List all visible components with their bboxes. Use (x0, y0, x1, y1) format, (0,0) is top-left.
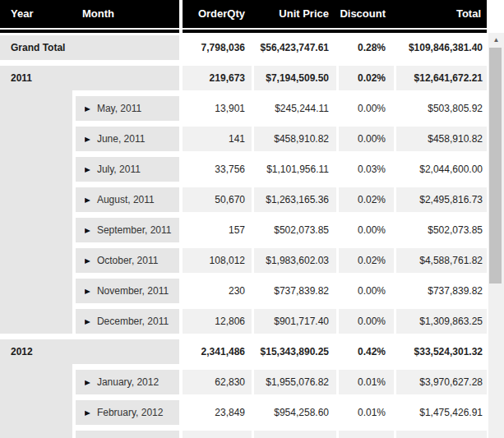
cell-unit-price: $15,343,890.25 (254, 339, 336, 364)
row-label-month[interactable]: ▶ September, 2011 (76, 218, 179, 242)
cell-discount: 0.02% (339, 187, 394, 212)
row-label-year-2011[interactable]: 2011 (0, 66, 179, 90)
cell-discount: 0.42% (339, 339, 394, 364)
cell-orderqty: 33,756 (183, 157, 252, 182)
column-header-orderqty[interactable]: OrderQty (183, 0, 252, 28)
row-label-month[interactable]: ▶ May, 2011 (76, 96, 179, 121)
cell-unit-price: $1,983,602.03 (254, 248, 336, 273)
cell-total: $1,309,863.25 (396, 309, 487, 334)
cell-orderqty: 141 (183, 127, 252, 151)
cell-total: $2,495,816.73 (396, 187, 487, 212)
cell-orderqty: 23,849 (183, 400, 252, 425)
month-label: December, 2011 (97, 309, 169, 334)
column-header-discount[interactable]: Discount (339, 0, 394, 28)
cell-total: $109,846,381.40 (396, 35, 487, 60)
cell-unit-price: $737,839.82 (254, 279, 336, 303)
expand-icon[interactable]: ▶ (85, 371, 90, 394)
row-label-month[interactable] (76, 431, 179, 438)
month-label: August, 2011 (97, 187, 155, 212)
cell-orderqty: 157 (183, 218, 252, 242)
cell-total: $1,475,426.91 (396, 400, 487, 425)
cell-total: $458,910.82 (396, 127, 487, 151)
column-header-unit-price[interactable]: Unit Price (254, 0, 336, 28)
month-label: July, 2011 (97, 157, 141, 182)
cell-discount: 0.00% (339, 279, 394, 303)
cell-unit-price: $7,194,509.50 (254, 66, 336, 90)
month-label: May, 2011 (97, 96, 141, 121)
cell-unit-price: $1,955,076.82 (254, 370, 336, 394)
expand-icon[interactable]: ▶ (85, 311, 90, 333)
expand-icon[interactable]: ▶ (85, 250, 90, 272)
cell-orderqty: 13,901 (183, 96, 252, 121)
column-header-year[interactable]: Year (11, 0, 33, 28)
row-label-month[interactable]: ▶ December, 2011 (76, 309, 179, 334)
cell-total: $737,839.82 (396, 279, 487, 303)
cell-discount: 0.00% (339, 127, 394, 151)
cell-orderqty (183, 431, 252, 438)
expand-icon[interactable]: ▶ (85, 219, 90, 242)
cell-discount: 0.02% (339, 66, 394, 90)
cell-discount: 0.00% (339, 218, 394, 242)
row-label-year-2012[interactable]: 2012 (0, 339, 179, 364)
expand-icon[interactable]: ▶ (85, 189, 90, 211)
vertical-scrollbar[interactable]: ▲ (488, 33, 504, 438)
header-row-left: Year Month (0, 0, 179, 33)
row-label-grand-total[interactable]: Grand Total (0, 35, 179, 60)
month-label: October, 2011 (97, 248, 159, 273)
row-label-month[interactable]: ▶ November, 2011 (76, 279, 179, 303)
scrollbar-thumb[interactable] (489, 48, 502, 284)
column-header-month[interactable]: Month (82, 0, 114, 28)
month-label: February, 2012 (97, 400, 164, 425)
cell-total: $2,044,600.00 (396, 157, 487, 182)
cell-unit-price: $502,073.85 (254, 218, 336, 242)
cell-unit-price (254, 431, 336, 438)
cell-discount: 0.03% (339, 157, 394, 182)
cell-unit-price: $458,910.82 (254, 127, 336, 151)
cell-unit-price: $245,244.11 (254, 96, 336, 121)
cell-orderqty: 50,670 (183, 187, 252, 212)
month-label: September, 2011 (97, 218, 172, 242)
cell-orderqty: 2,341,486 (183, 339, 252, 364)
cell-orderqty: 108,012 (183, 248, 252, 273)
cell-discount: 0.00% (339, 96, 394, 121)
scroll-up-button[interactable]: ▲ (488, 33, 504, 47)
month-label: June, 2011 (97, 127, 146, 151)
row-label-month[interactable]: ▶ August, 2011 (76, 187, 179, 212)
cell-orderqty: 219,673 (183, 66, 252, 90)
header-divider (183, 28, 487, 30)
cell-total: $33,524,301.32 (396, 339, 487, 364)
cell-total (396, 431, 487, 438)
matrix-table: Year Month OrderQty Unit Price Discount … (0, 0, 504, 438)
cell-discount: 0.01% (339, 370, 394, 394)
expand-icon[interactable]: ▶ (85, 280, 90, 302)
month-label: November, 2011 (97, 279, 169, 303)
row-label-month[interactable]: ▶ February, 2012 (76, 400, 179, 425)
row-label-month[interactable]: ▶ June, 2011 (76, 127, 179, 151)
year-group-stub-2011 (0, 66, 72, 334)
expand-icon[interactable]: ▶ (85, 98, 90, 120)
expand-icon[interactable]: ▶ (85, 402, 90, 424)
cell-orderqty: 7,798,036 (183, 35, 252, 60)
cell-orderqty: 230 (183, 279, 252, 303)
row-label-month[interactable]: ▶ October, 2011 (76, 248, 179, 273)
row-label-month[interactable]: ▶ January, 2012 (76, 370, 179, 394)
cell-discount: 0.02% (339, 248, 394, 273)
month-label: January, 2012 (97, 370, 159, 394)
cell-unit-price: $56,423,747.61 (254, 35, 336, 60)
header-row-right: OrderQty Unit Price Discount Total (183, 0, 487, 33)
scroll-up-icon: ▲ (493, 36, 500, 44)
cell-total: $12,641,672.21 (396, 66, 487, 90)
expand-icon[interactable]: ▶ (85, 128, 90, 150)
column-header-total[interactable]: Total (396, 0, 487, 28)
header-divider (0, 28, 179, 30)
cell-total: $502,073.85 (396, 218, 487, 242)
cell-orderqty: 62,830 (183, 370, 252, 394)
cell-discount: 0.01% (339, 400, 394, 425)
row-label-month[interactable]: ▶ July, 2011 (76, 157, 179, 182)
cell-orderqty: 12,806 (183, 309, 252, 334)
cell-discount (339, 431, 394, 438)
cell-total: $4,588,761.82 (396, 248, 487, 273)
cell-discount: 0.00% (339, 309, 394, 334)
cell-unit-price: $1,263,165.36 (254, 187, 336, 212)
expand-icon[interactable]: ▶ (85, 159, 90, 181)
